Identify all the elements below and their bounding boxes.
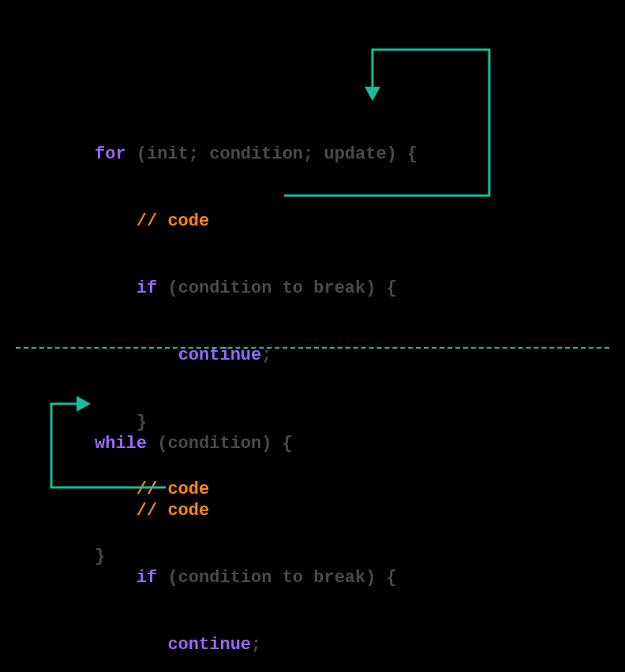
comment-slash: // xyxy=(95,211,167,231)
if-keyword: if xyxy=(95,278,167,298)
if-keyword: if xyxy=(95,568,167,588)
for-header: (init; condition; update) { xyxy=(126,144,418,164)
while-line-1: while (condition) { xyxy=(95,430,397,457)
section-divider xyxy=(16,347,609,349)
continue-keyword: continue xyxy=(167,635,251,655)
while-loop-code: while (condition) { // code if (conditio… xyxy=(95,390,397,672)
svg-marker-0 xyxy=(365,87,380,101)
for-line-2: // code xyxy=(95,207,417,235)
comment-code: code xyxy=(167,501,209,521)
if-condition: (condition to break) { xyxy=(167,278,396,298)
while-header: (condition) { xyxy=(147,434,293,454)
svg-marker-1 xyxy=(77,396,91,412)
semicolon: ; xyxy=(251,635,261,655)
indent xyxy=(95,635,167,655)
while-line-2: // code xyxy=(95,497,397,525)
while-keyword: while xyxy=(95,434,147,454)
for-line-1: for (init; condition; update) { xyxy=(95,140,417,168)
comment-slash: // xyxy=(95,501,167,521)
while-line-4: continue; xyxy=(95,631,397,659)
for-line-3: if (condition to break) { xyxy=(95,274,417,302)
if-condition: (condition to break) { xyxy=(167,568,396,588)
comment-code: code xyxy=(167,211,209,231)
while-line-3: if (condition to break) { xyxy=(95,564,397,592)
for-keyword: for xyxy=(95,144,126,164)
for-line-4: continue; xyxy=(95,342,417,369)
